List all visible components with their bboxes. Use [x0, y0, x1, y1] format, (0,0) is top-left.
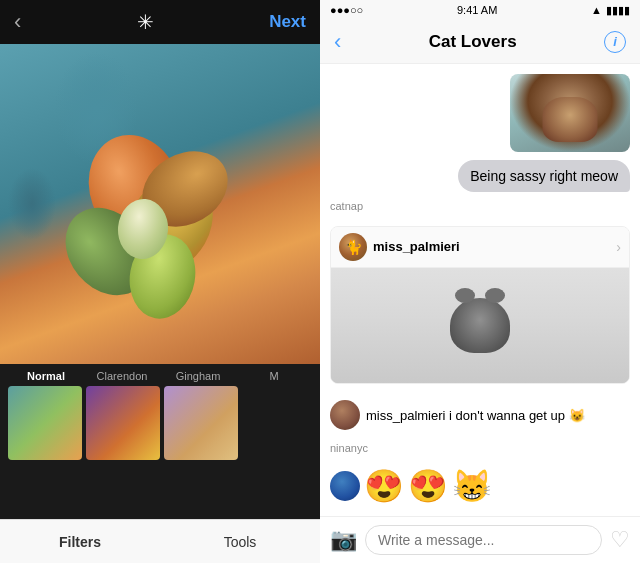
- chevron-right-icon: ›: [616, 239, 621, 255]
- filter-thumb-normal[interactable]: [8, 386, 82, 460]
- ninanyc-section-label: ninanyc: [330, 442, 630, 454]
- chat-title: Cat Lovers: [429, 32, 517, 52]
- left-header: ‹ ✳ Next: [0, 0, 320, 44]
- cat-bed-image: [331, 268, 629, 384]
- wifi-icon: ▲: [591, 4, 602, 16]
- commenter-avatar: [330, 400, 360, 430]
- filters-area: Normal Clarendon Gingham M: [0, 364, 320, 519]
- left-panel: ‹ ✳ Next Normal Clarendon Gingham M Filt…: [0, 0, 320, 563]
- back-icon[interactable]: ‹: [14, 9, 21, 35]
- bottom-tabs: Filters Tools: [0, 519, 320, 563]
- heart-icon[interactable]: ♡: [610, 527, 630, 553]
- emoji-2: 😍: [408, 470, 448, 502]
- sun-icon[interactable]: ✳: [137, 10, 154, 34]
- catnap-section-label: catnap: [330, 200, 630, 212]
- miss-palmieri-avatar: 🐈: [339, 233, 367, 261]
- filter-thumb-clarendon[interactable]: [86, 386, 160, 460]
- emoji-1: 😍: [364, 470, 404, 502]
- filter-label-m[interactable]: M: [236, 370, 312, 382]
- battery-icon: ▮▮▮▮: [606, 4, 630, 17]
- right-panel: ‹ Cat Lovers i Being sassy right meow ca…: [320, 0, 640, 563]
- comment-row: miss_palmieri i don't wanna get up 😺: [330, 396, 630, 434]
- tab-filters[interactable]: Filters: [0, 520, 160, 563]
- filter-label-gingham[interactable]: Gingham: [160, 370, 236, 382]
- emoji-row: 😍 😍 😸: [364, 470, 492, 502]
- chat-header: ‹ Cat Lovers i: [320, 20, 640, 64]
- filter-label-clarendon[interactable]: Clarendon: [84, 370, 160, 382]
- cat-card-username: miss_palmieri: [373, 239, 616, 254]
- chat-body: Being sassy right meow catnap 🐈 miss_pal…: [320, 64, 640, 516]
- ninanyc-row: 😍 😍 😸: [330, 466, 630, 506]
- cat-top-image: [510, 74, 630, 152]
- chat-input-bar: 📷 ♡: [320, 516, 640, 563]
- info-button[interactable]: i: [604, 31, 626, 53]
- photo-preview: [0, 44, 320, 364]
- catnap-card[interactable]: 🐈 miss_palmieri ›: [330, 226, 630, 384]
- comment-text: miss_palmieri i don't wanna get up 😺: [366, 408, 585, 423]
- filter-labels: Normal Clarendon Gingham M: [0, 370, 320, 382]
- cat-on-bed: [450, 298, 510, 353]
- camera-icon[interactable]: 📷: [330, 527, 357, 553]
- next-button[interactable]: Next: [269, 12, 306, 32]
- tab-tools[interactable]: Tools: [160, 520, 320, 563]
- message-input[interactable]: [365, 525, 602, 555]
- filter-label-normal[interactable]: Normal: [8, 370, 84, 382]
- chat-back-button[interactable]: ‹: [334, 29, 341, 55]
- filter-thumb-gingham[interactable]: [164, 386, 238, 460]
- emoji-3: 😸: [452, 470, 492, 502]
- status-time: 9:41 AM: [457, 4, 497, 16]
- ninanyc-avatar: [330, 471, 360, 501]
- ios-status-bar: ●●●○○ 9:41 AM ▲ ▮▮▮▮: [320, 0, 640, 20]
- filter-thumbnails: [0, 386, 320, 460]
- status-right: ▲ ▮▮▮▮: [591, 4, 630, 17]
- message-bubble-right: Being sassy right meow: [458, 160, 630, 192]
- status-signal: ●●●○○: [330, 4, 363, 16]
- cat-card-header: 🐈 miss_palmieri ›: [331, 227, 629, 268]
